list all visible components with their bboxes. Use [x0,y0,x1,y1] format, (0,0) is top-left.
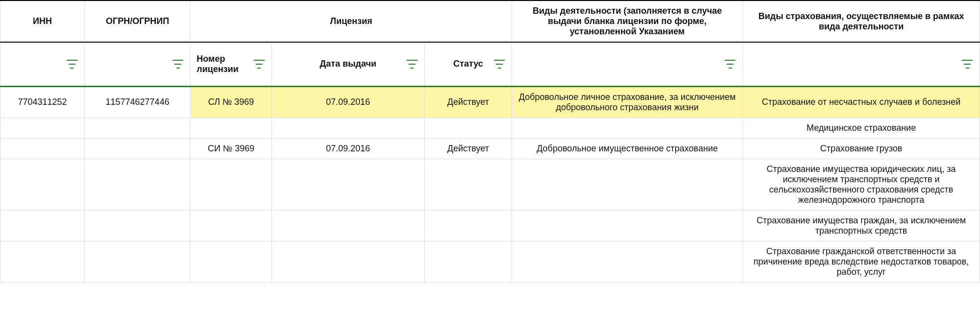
header-ogrn: ОГРН/ОГРНИП [84,0,190,42]
cell-insurance: Страхование гражданской ответственности … [743,241,980,282]
cell-activity [512,241,743,282]
table-row: 77043112521157746277446СЛ № 396907.09.20… [0,86,980,118]
subheader-issue-date: Дата выдачи [271,42,424,86]
filter-icon[interactable] [67,60,77,69]
cell-ogrn [84,241,190,282]
cell-insurance: Страхование от несчастных случаев и боле… [743,86,980,118]
filter-cell-insurance [743,42,980,86]
cell-status [424,159,512,210]
filter-icon[interactable] [962,60,973,69]
cell-activity [512,118,743,138]
cell-insurance: Страхование грузов [743,138,980,159]
table-row: Страхование имущества юридических лиц, з… [0,159,980,210]
cell-status [424,210,512,241]
cell-activity: Добровольное имущественное страхование [512,138,743,159]
cell-status [424,241,512,282]
table-row: Медицинское страхование [0,118,980,138]
cell-inn [0,118,85,138]
cell-license-number [191,210,272,241]
cell-insurance: Медицинское страхование [743,118,980,138]
cell-ogrn [84,210,190,241]
cell-issue-date [271,210,424,241]
filter-icon[interactable] [254,60,265,69]
cell-inn [0,138,85,159]
filter-icon[interactable] [494,60,505,69]
cell-ogrn [84,118,190,138]
cell-inn: 7704311252 [0,86,85,118]
header-license: Лицензия [191,0,512,42]
subheader-status: Статус [424,42,512,86]
cell-license-number: СИ № 3969 [191,138,272,159]
filter-cell-activity [512,42,743,86]
cell-issue-date: 07.09.2016 [271,86,424,118]
filter-icon[interactable] [725,60,735,69]
filter-cell-inn [0,42,85,86]
cell-license-number [191,241,272,282]
cell-ogrn [84,138,190,159]
table-row: Страхование имущества граждан, за исключ… [0,210,980,241]
header-insurance: Виды страхования, осуществляемые в рамка… [743,0,980,42]
cell-status: Действует [424,138,512,159]
cell-status [424,118,512,138]
subheader-license-number: Номер лицензии [191,42,272,86]
cell-issue-date: 07.09.2016 [271,138,424,159]
cell-inn [0,241,85,282]
cell-issue-date [271,159,424,210]
cell-activity [512,210,743,241]
cell-status: Действует [424,86,512,118]
header-inn: ИНН [0,0,85,42]
cell-insurance: Страхование имущества юридических лиц, з… [743,159,980,210]
cell-license-number [191,159,272,210]
cell-ogrn: 1157746277446 [84,86,190,118]
table-row: СИ № 396907.09.2016ДействуетДобровольное… [0,138,980,159]
filter-icon[interactable] [407,60,417,69]
cell-inn [0,159,85,210]
cell-license-number: СЛ № 3969 [191,86,272,118]
license-registry-table: ИНН ОГРН/ОГРНИП Лицензия Виды деятельнос… [0,0,980,283]
table-row: Страхование гражданской ответственности … [0,241,980,282]
cell-issue-date [271,241,424,282]
cell-license-number [191,118,272,138]
filter-cell-ogrn [84,42,190,86]
cell-ogrn [84,159,190,210]
cell-issue-date [271,118,424,138]
cell-activity [512,159,743,210]
cell-activity: Добровольное личное страхование, за искл… [512,86,743,118]
cell-inn [0,210,85,241]
filter-icon[interactable] [172,60,183,69]
cell-insurance: Страхование имущества граждан, за исключ… [743,210,980,241]
header-activity: Виды деятельности (заполняется в случае … [512,0,743,42]
